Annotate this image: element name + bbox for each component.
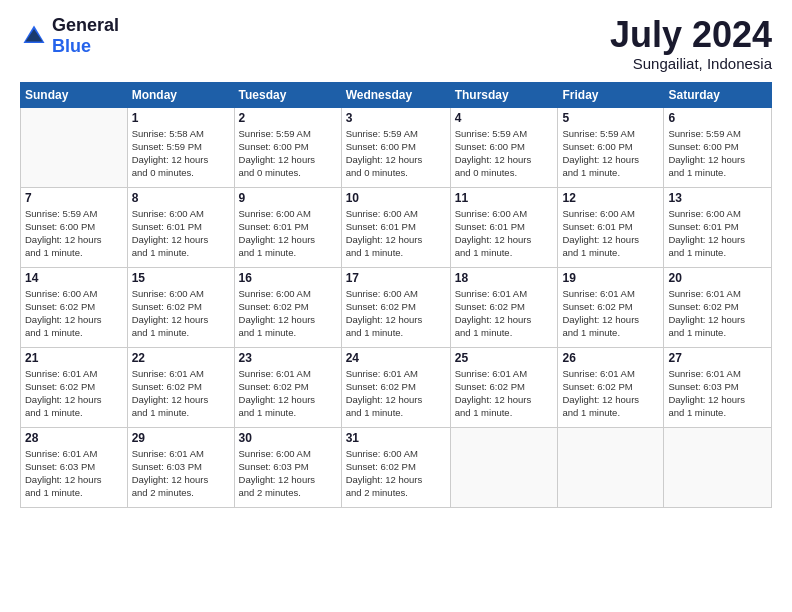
day-info: Sunrise: 6:01 AMSunset: 6:02 PMDaylight:…: [562, 287, 659, 340]
calendar-cell: 29Sunrise: 6:01 AMSunset: 6:03 PMDayligh…: [127, 427, 234, 507]
page: General Blue July 2024 Sungailiat, Indon…: [0, 0, 792, 612]
day-number: 26: [562, 351, 659, 365]
day-number: 16: [239, 271, 337, 285]
day-number: 12: [562, 191, 659, 205]
day-info: Sunrise: 6:00 AMSunset: 6:01 PMDaylight:…: [668, 207, 767, 260]
day-info: Sunrise: 5:58 AMSunset: 5:59 PMDaylight:…: [132, 127, 230, 180]
day-number: 23: [239, 351, 337, 365]
day-number: 15: [132, 271, 230, 285]
calendar-cell: [558, 427, 664, 507]
day-info: Sunrise: 6:01 AMSunset: 6:02 PMDaylight:…: [668, 287, 767, 340]
day-info: Sunrise: 6:00 AMSunset: 6:01 PMDaylight:…: [132, 207, 230, 260]
calendar-cell: 31Sunrise: 6:00 AMSunset: 6:02 PMDayligh…: [341, 427, 450, 507]
day-info: Sunrise: 6:00 AMSunset: 6:01 PMDaylight:…: [455, 207, 554, 260]
calendar-cell: 8Sunrise: 6:00 AMSunset: 6:01 PMDaylight…: [127, 187, 234, 267]
calendar-cell: 30Sunrise: 6:00 AMSunset: 6:03 PMDayligh…: [234, 427, 341, 507]
day-info: Sunrise: 6:01 AMSunset: 6:02 PMDaylight:…: [25, 367, 123, 420]
calendar-cell: 17Sunrise: 6:00 AMSunset: 6:02 PMDayligh…: [341, 267, 450, 347]
calendar-header-row: Sunday Monday Tuesday Wednesday Thursday…: [21, 82, 772, 107]
logo-text: General Blue: [52, 15, 119, 57]
day-number: 20: [668, 271, 767, 285]
day-info: Sunrise: 6:00 AMSunset: 6:01 PMDaylight:…: [562, 207, 659, 260]
calendar-cell: 3Sunrise: 5:59 AMSunset: 6:00 PMDaylight…: [341, 107, 450, 187]
calendar-cell: 6Sunrise: 5:59 AMSunset: 6:00 PMDaylight…: [664, 107, 772, 187]
calendar-cell: 16Sunrise: 6:00 AMSunset: 6:02 PMDayligh…: [234, 267, 341, 347]
calendar-cell: 2Sunrise: 5:59 AMSunset: 6:00 PMDaylight…: [234, 107, 341, 187]
day-number: 4: [455, 111, 554, 125]
day-info: Sunrise: 6:00 AMSunset: 6:01 PMDaylight:…: [239, 207, 337, 260]
week-row-4: 21Sunrise: 6:01 AMSunset: 6:02 PMDayligh…: [21, 347, 772, 427]
day-info: Sunrise: 6:00 AMSunset: 6:02 PMDaylight:…: [25, 287, 123, 340]
calendar-cell: 20Sunrise: 6:01 AMSunset: 6:02 PMDayligh…: [664, 267, 772, 347]
calendar-cell: [450, 427, 558, 507]
calendar-cell: 12Sunrise: 6:00 AMSunset: 6:01 PMDayligh…: [558, 187, 664, 267]
day-info: Sunrise: 6:00 AMSunset: 6:02 PMDaylight:…: [346, 447, 446, 500]
calendar-cell: 9Sunrise: 6:00 AMSunset: 6:01 PMDaylight…: [234, 187, 341, 267]
calendar-cell: 21Sunrise: 6:01 AMSunset: 6:02 PMDayligh…: [21, 347, 128, 427]
day-info: Sunrise: 5:59 AMSunset: 6:00 PMDaylight:…: [346, 127, 446, 180]
week-row-2: 7Sunrise: 5:59 AMSunset: 6:00 PMDaylight…: [21, 187, 772, 267]
calendar-cell: 11Sunrise: 6:00 AMSunset: 6:01 PMDayligh…: [450, 187, 558, 267]
day-number: 3: [346, 111, 446, 125]
logo-general: General: [52, 15, 119, 35]
day-number: 11: [455, 191, 554, 205]
day-info: Sunrise: 5:59 AMSunset: 6:00 PMDaylight:…: [562, 127, 659, 180]
calendar-cell: 24Sunrise: 6:01 AMSunset: 6:02 PMDayligh…: [341, 347, 450, 427]
col-wednesday: Wednesday: [341, 82, 450, 107]
week-row-5: 28Sunrise: 6:01 AMSunset: 6:03 PMDayligh…: [21, 427, 772, 507]
calendar-cell: [664, 427, 772, 507]
day-info: Sunrise: 6:00 AMSunset: 6:01 PMDaylight:…: [346, 207, 446, 260]
calendar-cell: 18Sunrise: 6:01 AMSunset: 6:02 PMDayligh…: [450, 267, 558, 347]
calendar-cell: 13Sunrise: 6:00 AMSunset: 6:01 PMDayligh…: [664, 187, 772, 267]
calendar-cell: 19Sunrise: 6:01 AMSunset: 6:02 PMDayligh…: [558, 267, 664, 347]
day-number: 29: [132, 431, 230, 445]
logo-blue: Blue: [52, 36, 91, 56]
day-info: Sunrise: 6:01 AMSunset: 6:02 PMDaylight:…: [455, 367, 554, 420]
logo-icon: [20, 22, 48, 50]
day-number: 21: [25, 351, 123, 365]
day-number: 27: [668, 351, 767, 365]
day-number: 25: [455, 351, 554, 365]
day-number: 7: [25, 191, 123, 205]
title-block: July 2024 Sungailiat, Indonesia: [610, 15, 772, 72]
col-friday: Friday: [558, 82, 664, 107]
calendar-cell: 7Sunrise: 5:59 AMSunset: 6:00 PMDaylight…: [21, 187, 128, 267]
day-info: Sunrise: 6:01 AMSunset: 6:02 PMDaylight:…: [455, 287, 554, 340]
header: General Blue July 2024 Sungailiat, Indon…: [20, 15, 772, 72]
day-info: Sunrise: 6:01 AMSunset: 6:02 PMDaylight:…: [346, 367, 446, 420]
day-info: Sunrise: 6:00 AMSunset: 6:03 PMDaylight:…: [239, 447, 337, 500]
day-number: 30: [239, 431, 337, 445]
week-row-1: 1Sunrise: 5:58 AMSunset: 5:59 PMDaylight…: [21, 107, 772, 187]
day-info: Sunrise: 6:01 AMSunset: 6:03 PMDaylight:…: [25, 447, 123, 500]
day-number: 9: [239, 191, 337, 205]
day-number: 22: [132, 351, 230, 365]
calendar-cell: 1Sunrise: 5:58 AMSunset: 5:59 PMDaylight…: [127, 107, 234, 187]
day-info: Sunrise: 5:59 AMSunset: 6:00 PMDaylight:…: [25, 207, 123, 260]
day-number: 13: [668, 191, 767, 205]
day-number: 31: [346, 431, 446, 445]
month-title: July 2024: [610, 15, 772, 55]
calendar-cell: [21, 107, 128, 187]
day-number: 18: [455, 271, 554, 285]
day-info: Sunrise: 6:01 AMSunset: 6:03 PMDaylight:…: [132, 447, 230, 500]
calendar-cell: 26Sunrise: 6:01 AMSunset: 6:02 PMDayligh…: [558, 347, 664, 427]
calendar-cell: 25Sunrise: 6:01 AMSunset: 6:02 PMDayligh…: [450, 347, 558, 427]
day-info: Sunrise: 5:59 AMSunset: 6:00 PMDaylight:…: [239, 127, 337, 180]
week-row-3: 14Sunrise: 6:00 AMSunset: 6:02 PMDayligh…: [21, 267, 772, 347]
col-thursday: Thursday: [450, 82, 558, 107]
calendar-cell: 14Sunrise: 6:00 AMSunset: 6:02 PMDayligh…: [21, 267, 128, 347]
day-number: 1: [132, 111, 230, 125]
day-info: Sunrise: 6:00 AMSunset: 6:02 PMDaylight:…: [346, 287, 446, 340]
day-info: Sunrise: 6:01 AMSunset: 6:02 PMDaylight:…: [239, 367, 337, 420]
day-info: Sunrise: 5:59 AMSunset: 6:00 PMDaylight:…: [668, 127, 767, 180]
day-number: 28: [25, 431, 123, 445]
day-info: Sunrise: 6:01 AMSunset: 6:03 PMDaylight:…: [668, 367, 767, 420]
day-number: 14: [25, 271, 123, 285]
day-number: 8: [132, 191, 230, 205]
day-number: 19: [562, 271, 659, 285]
location-subtitle: Sungailiat, Indonesia: [610, 55, 772, 72]
day-number: 17: [346, 271, 446, 285]
calendar-cell: 22Sunrise: 6:01 AMSunset: 6:02 PMDayligh…: [127, 347, 234, 427]
day-number: 6: [668, 111, 767, 125]
calendar-cell: 27Sunrise: 6:01 AMSunset: 6:03 PMDayligh…: [664, 347, 772, 427]
